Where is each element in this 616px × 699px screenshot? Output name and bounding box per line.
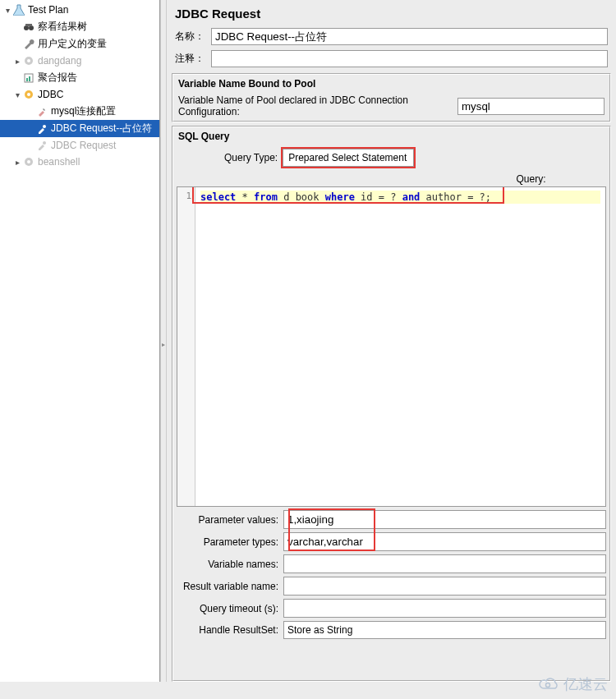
timeout-label: Query timeout (s): (177, 603, 283, 614)
handle-rs-select[interactable]: Store as String (283, 621, 606, 639)
variable-names-input[interactable] (283, 554, 606, 573)
result-var-label: Result variable name: (177, 581, 283, 592)
tree-label: mysql连接配置 (49, 104, 116, 118)
tree-label: beanshell (36, 156, 80, 168)
tree-item-mysql-config[interactable]: mysql连接配置 (0, 103, 159, 120)
result-var-input[interactable] (283, 577, 606, 596)
tree-panel: ▾ Test Plan 察看结果树 用户定义的变量 ▸ dangdang (0, 0, 160, 682)
tree-label: JDBC Request--占位符 (49, 122, 152, 136)
tree-label: 聚合报告 (36, 71, 77, 85)
binoculars-icon (21, 21, 36, 34)
svg-point-4 (27, 59, 30, 62)
gear-disabled-icon (21, 155, 36, 168)
timeout-input[interactable] (283, 599, 606, 618)
pool-label: Variable Name of Pool declared in JDBC C… (178, 94, 453, 117)
sql-title: SQL Query (175, 129, 608, 145)
svg-point-9 (27, 93, 30, 96)
report-icon (21, 71, 36, 85)
name-input[interactable] (211, 28, 608, 45)
handle-rs-label: Handle ResultSet: (177, 624, 283, 636)
tree-item-aggregate[interactable]: 聚合报告 (0, 69, 159, 86)
tree-item-beanshell[interactable]: ▸ beanshell (0, 154, 159, 170)
comment-input[interactable] (211, 50, 608, 67)
code-area[interactable]: select * from d_book where id = ? and au… (195, 187, 605, 506)
tree-root[interactable]: ▾ Test Plan (0, 2, 159, 18)
tree-item-vars[interactable]: 用户定义的变量 (0, 35, 159, 53)
query-type-select[interactable]: Prepared Select Statement (283, 149, 414, 167)
dropper-disabled-icon (34, 139, 49, 152)
tree-item-jdbc-request-placeholder[interactable]: JDBC Request--占位符 (0, 120, 159, 137)
sql-editor[interactable]: 1 select * from d_book where id = ? and … (177, 186, 606, 507)
name-label: 名称： (175, 30, 208, 44)
tree-item-dangdang[interactable]: ▸ dangdang (0, 53, 159, 69)
svg-point-13 (27, 160, 30, 163)
comment-label: 注释： (175, 52, 208, 66)
svg-rect-2 (25, 24, 32, 26)
pool-title: Variable Name Bound to Pool (175, 76, 608, 93)
gear-icon (21, 54, 36, 67)
svg-point-10 (43, 125, 46, 128)
gear-color-icon (21, 88, 36, 101)
page-title: JDBC Request (167, 0, 616, 25)
tree-label: Test Plan (26, 4, 68, 16)
wrench-icon (21, 38, 36, 51)
tree-label: JDBC (36, 89, 63, 100)
param-types-label: Parameter types: (177, 536, 283, 548)
tree-item-jdbc[interactable]: ▾ JDBC (0, 86, 159, 103)
svg-point-11 (43, 141, 46, 145)
query-type-label: Query Type: (224, 152, 283, 163)
dropper-icon (34, 122, 49, 136)
tree-item-jdbc-request[interactable]: JDBC Request (0, 137, 159, 154)
pool-panel: Variable Name Bound to Pool Variable Nam… (172, 73, 611, 122)
watermark-logo: 亿速云 (539, 674, 608, 694)
tree-label: JDBC Request (49, 140, 116, 151)
tree-label: 察看结果树 (36, 20, 87, 34)
line-gutter: 1 (177, 187, 195, 506)
svg-point-14 (546, 683, 550, 688)
sql-panel: SQL Query Query Type: Prepared Select St… (172, 126, 611, 682)
main-panel: JDBC Request 名称： 注释： Variable Name Bound… (167, 0, 616, 682)
tree-label: dangdang (36, 55, 81, 67)
svg-rect-7 (29, 76, 30, 81)
collapse-icon[interactable]: ▾ (3, 6, 11, 15)
variable-names-label: Variable names: (177, 559, 283, 570)
svg-rect-6 (26, 78, 28, 81)
collapse-icon[interactable]: ▾ (13, 90, 21, 99)
tree-label: 用户定义的变量 (36, 37, 107, 51)
flask-icon (11, 3, 26, 16)
tools-icon (34, 105, 49, 118)
param-values-label: Parameter values: (177, 514, 283, 526)
query-label: Query: (315, 170, 616, 186)
tree-item-viewresults[interactable]: 察看结果树 (0, 18, 159, 35)
splitter[interactable] (160, 0, 167, 682)
pool-input[interactable] (457, 98, 605, 115)
